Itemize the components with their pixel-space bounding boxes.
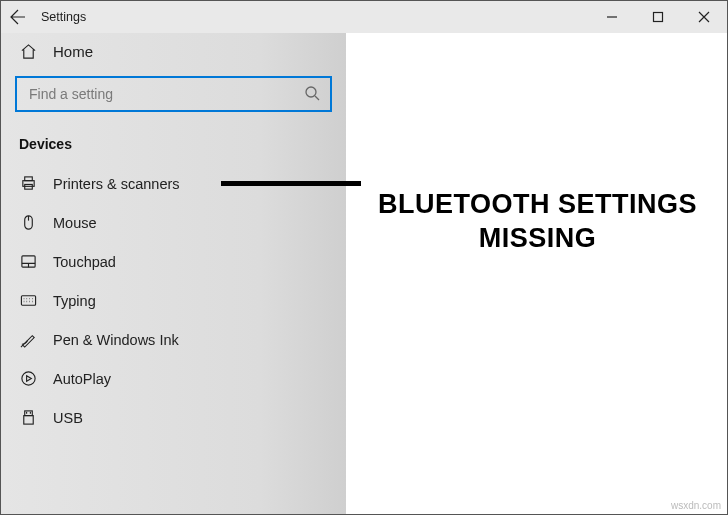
svg-point-1 (306, 87, 316, 97)
printer-icon (19, 175, 37, 192)
usb-icon (19, 409, 37, 426)
mouse-icon (19, 214, 37, 231)
category-header: Devices (1, 122, 346, 164)
search-box[interactable] (15, 76, 332, 112)
autoplay-icon (19, 370, 37, 387)
sidebar: Home Devices Printers & scanners Mouse (1, 33, 346, 514)
sidebar-item-label: AutoPlay (53, 371, 111, 387)
close-button[interactable] (681, 1, 727, 33)
minimize-button[interactable] (589, 1, 635, 33)
svg-point-8 (21, 372, 34, 385)
titlebar: Settings (1, 1, 727, 33)
sidebar-item-touchpad[interactable]: Touchpad (1, 242, 346, 281)
window-title: Settings (41, 10, 86, 24)
home-icon (19, 43, 37, 60)
home-label: Home (53, 43, 93, 60)
search-icon (304, 85, 320, 104)
search-input[interactable] (27, 85, 304, 103)
svg-rect-0 (654, 13, 663, 22)
svg-rect-7 (21, 296, 35, 305)
watermark: wsxdn.com (671, 500, 721, 511)
sidebar-item-autoplay[interactable]: AutoPlay (1, 359, 346, 398)
sidebar-item-label: Typing (53, 293, 96, 309)
pen-icon (19, 331, 37, 348)
sidebar-item-label: Printers & scanners (53, 176, 180, 192)
svg-rect-10 (23, 416, 32, 425)
sidebar-item-typing[interactable]: Typing (1, 281, 346, 320)
content-area: BLUETOOTH SETTINGS MISSING wsxdn.com (346, 33, 727, 514)
touchpad-icon (19, 253, 37, 270)
back-icon[interactable] (9, 9, 27, 25)
sidebar-item-usb[interactable]: USB (1, 398, 346, 437)
sidebar-item-label: Touchpad (53, 254, 116, 270)
sidebar-item-label: Mouse (53, 215, 97, 231)
maximize-button[interactable] (635, 1, 681, 33)
svg-rect-3 (24, 177, 32, 181)
sidebar-item-label: USB (53, 410, 83, 426)
sidebar-item-home[interactable]: Home (1, 33, 346, 70)
sidebar-item-mouse[interactable]: Mouse (1, 203, 346, 242)
sidebar-item-printers[interactable]: Printers & scanners (1, 164, 346, 203)
svg-rect-9 (24, 411, 32, 416)
sidebar-item-label: Pen & Windows Ink (53, 332, 179, 348)
annotation-text: BLUETOOTH SETTINGS MISSING (348, 188, 727, 256)
keyboard-icon (19, 292, 37, 309)
sidebar-item-pen[interactable]: Pen & Windows Ink (1, 320, 346, 359)
